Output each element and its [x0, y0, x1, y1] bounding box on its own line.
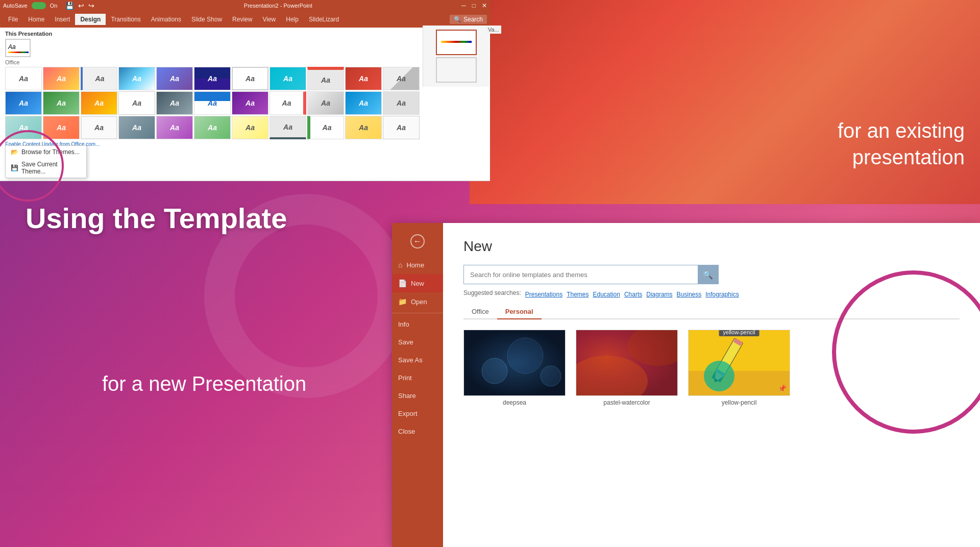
theme-border-red[interactable]: Aa	[270, 91, 306, 115]
close-btn[interactable]: ✕	[482, 2, 487, 9]
tab-review[interactable]: Review	[227, 14, 257, 25]
save-theme-item[interactable]: 💾 Save Current Theme...	[6, 158, 86, 178]
sidebar-saveas[interactable]: Save As	[392, 351, 443, 369]
template-pastel-watercolor[interactable]: pastel-watercolor	[576, 330, 678, 406]
new-dialog-main: New 🔍 Suggested searches: Presentations …	[443, 223, 980, 547]
tab-slidelizard[interactable]: SlideLizard	[304, 14, 344, 25]
tab-design[interactable]: Design	[75, 14, 106, 25]
theme-blue[interactable]: Aa	[81, 67, 117, 90]
theme-extra4[interactable]: Aa	[81, 116, 117, 139]
theme-extra12[interactable]: Aa	[383, 116, 420, 139]
theme-red-top[interactable]: Aa	[307, 67, 344, 90]
ribbon-search-box[interactable]: 🔍 Search	[450, 15, 487, 24]
search-magnifier-icon: 🔍	[703, 270, 713, 280]
print-label: Print	[398, 374, 412, 382]
autosave-on-label: On	[50, 3, 58, 9]
deepsea-thumb[interactable]	[463, 330, 566, 396]
theme-red[interactable]: Aa	[345, 67, 382, 90]
tab-home[interactable]: Home	[23, 14, 50, 25]
theme-dark[interactable]: Aa	[194, 67, 231, 90]
tab-slideshow[interactable]: Slide Show	[186, 14, 227, 25]
theme-silver[interactable]: Aa	[307, 91, 344, 115]
sidebar-divider	[392, 313, 443, 313]
templates-row: deepsea	[463, 330, 960, 406]
template-search-box[interactable]: 🔍	[463, 265, 719, 284]
sidebar-open[interactable]: 📁 Open	[392, 292, 443, 311]
tab-personal[interactable]: Personal	[497, 305, 542, 319]
slide-thumb-1[interactable]	[436, 30, 477, 55]
new-dialog-title: New	[463, 238, 960, 255]
sidebar-info[interactable]: Info	[392, 315, 443, 333]
share-label: Share	[398, 392, 416, 400]
theme-extra10[interactable]: Aa	[307, 116, 344, 139]
maximize-btn[interactable]: □	[472, 2, 476, 9]
theme-split[interactable]: Aa	[194, 91, 231, 115]
theme-green[interactable]: Aa	[43, 91, 80, 115]
sidebar-new[interactable]: 📄 New	[392, 274, 443, 292]
suggested-presentations[interactable]: Presentations	[525, 291, 562, 298]
current-theme-box[interactable]: Aa	[5, 39, 31, 57]
using-template-text: Using the Template	[26, 202, 287, 235]
tab-file[interactable]: File	[3, 14, 23, 25]
minimize-btn[interactable]: ─	[461, 2, 466, 9]
tab-help[interactable]: Help	[281, 14, 304, 25]
template-search-button[interactable]: 🔍	[698, 265, 718, 284]
theme-extra5[interactable]: Aa	[118, 116, 155, 139]
theme-yellow[interactable]: Aa	[81, 91, 117, 115]
info-label: Info	[398, 320, 409, 328]
close-label: Close	[398, 428, 415, 435]
tab-office[interactable]: Office	[463, 305, 497, 319]
sidebar-export[interactable]: Export	[392, 405, 443, 422]
theme-gray[interactable]: Aa	[383, 67, 420, 90]
theme-default[interactable]: Aa	[5, 67, 42, 90]
theme-light[interactable]: Aa	[118, 91, 155, 115]
theme-plain[interactable]: Aa	[232, 67, 268, 90]
theme-extra11[interactable]: Aa	[345, 116, 382, 139]
theme-extra9[interactable]: Aa	[270, 116, 306, 139]
theme-sky2[interactable]: Aa	[345, 91, 382, 115]
theme-extra2[interactable]: Aa	[5, 116, 42, 139]
tab-transitions[interactable]: Transitions	[106, 14, 145, 25]
sidebar-save[interactable]: Save	[392, 333, 443, 351]
sidebar-home[interactable]: ⌂ Home	[392, 256, 443, 274]
tab-animations[interactable]: Animations	[146, 14, 186, 25]
suggested-education[interactable]: Education	[593, 291, 620, 298]
theme-colorful[interactable]: Aa	[43, 67, 80, 90]
tab-insert[interactable]: Insert	[50, 14, 75, 25]
pastel-thumb[interactable]	[576, 330, 678, 396]
theme-extra6[interactable]: Aa	[156, 116, 193, 139]
slide-thumb-2[interactable]	[436, 57, 477, 83]
autosave-toggle[interactable]	[32, 2, 46, 9]
theme-navy[interactable]: Aa	[5, 91, 42, 115]
suggested-infographics[interactable]: Infographics	[705, 291, 739, 298]
theme-extra8[interactable]: Aa	[232, 116, 268, 139]
suggested-charts[interactable]: Charts	[624, 291, 642, 298]
sidebar-back-btn[interactable]: ←	[410, 234, 425, 248]
browse-themes-item[interactable]: 📂 Browse for Themes...	[6, 146, 86, 158]
template-search-input[interactable]	[464, 271, 698, 279]
ribbon-tabs: File Home Insert Design Transitions Anim…	[0, 11, 490, 28]
theme-extra1[interactable]: Aa	[383, 91, 420, 115]
suggested-business[interactable]: Business	[677, 291, 702, 298]
theme-teal[interactable]: Aa	[270, 67, 306, 90]
themes-dropdown: 📂 Browse for Themes... 💾 Save Current Th…	[5, 145, 87, 178]
office-label: Office	[5, 59, 485, 65]
save-icon[interactable]: 💾	[65, 2, 74, 10]
theme-violet[interactable]: Aa	[232, 91, 268, 115]
template-yellow-pencil[interactable]: yellow-pencil 📌 yellow-pencil	[688, 330, 790, 406]
theme-extra3[interactable]: Aa	[43, 116, 80, 139]
theme-slate[interactable]: Aa	[156, 91, 193, 115]
sidebar-share[interactable]: Share	[392, 387, 443, 405]
theme-purple[interactable]: Aa	[156, 67, 193, 90]
theme-sky[interactable]: Aa	[118, 67, 155, 90]
sidebar-close[interactable]: Close	[392, 422, 443, 440]
template-deepsea[interactable]: deepsea	[463, 330, 566, 406]
pencil-thumb[interactable]: yellow-pencil 📌	[688, 330, 790, 396]
suggested-themes[interactable]: Themes	[567, 291, 589, 298]
redo-icon[interactable]: ↪	[88, 2, 94, 10]
theme-extra7[interactable]: Aa	[194, 116, 231, 139]
undo-icon[interactable]: ↩	[78, 2, 84, 10]
suggested-diagrams[interactable]: Diagrams	[646, 291, 672, 298]
tab-view[interactable]: View	[257, 14, 281, 25]
sidebar-print[interactable]: Print	[392, 369, 443, 387]
